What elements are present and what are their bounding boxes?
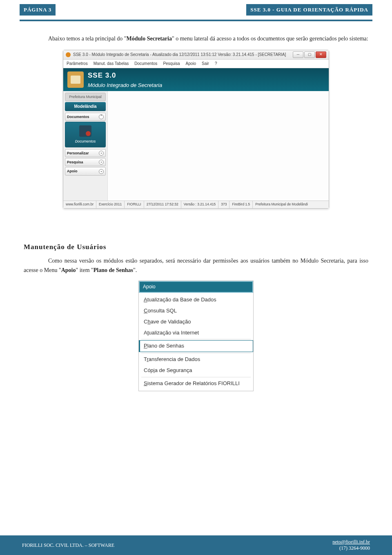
close-button[interactable]: ✕	[316, 51, 326, 58]
menu-separator	[141, 339, 251, 339]
status-company: FIORILLI	[125, 201, 144, 208]
app-banner: SSE 3.0 Módulo Integrado de Secretaria	[63, 68, 329, 91]
section-paragraph: Como nessa versão os módulos estão separ…	[24, 256, 368, 275]
sidebar-municipality[interactable]: Modelândia	[65, 102, 106, 111]
menu-item-copia-seguranca[interactable]: Cópia de Segurança	[139, 365, 253, 376]
status-version: Versão : 3.21.14.415	[181, 201, 218, 208]
menu-item-transferencia-dados[interactable]: Transferencia de Dados	[139, 354, 253, 365]
expand-icon[interactable]: ⌄	[99, 160, 104, 165]
status-code: 373	[218, 201, 229, 208]
footer-company: FIORILLI SOC. CIVIL LTDA. – SOFTWARE	[22, 542, 114, 548]
window-title: SSE 3.0 - Módulo Integrado de Secretaria…	[73, 51, 293, 58]
collapse-icon[interactable]: ⌃	[99, 114, 104, 119]
menu-parametros[interactable]: Parâmetros	[67, 60, 88, 67]
apoio-dropdown: Apoio Atualização da Base de Dados Consu…	[138, 281, 254, 391]
menu-pesquisa[interactable]: Pesquisa	[163, 60, 180, 67]
banner-subtitle: Módulo Integrado de Secretaria	[88, 81, 162, 90]
expand-icon[interactable]: ⌄	[99, 151, 104, 156]
banner-icon	[67, 71, 84, 88]
sidebar-section-pesquisa[interactable]: Pesquisa ⌄	[65, 158, 106, 166]
status-entity: Prefeitura Municipal de Modelândi	[253, 201, 329, 208]
dropdown-header[interactable]: Apoio	[139, 281, 253, 293]
footer-phone: (17) 3264-9000	[332, 545, 370, 551]
sidebar-section-personalizar[interactable]: Personalizar ⌄	[65, 149, 106, 157]
sidebar-header: Prefeitura Municipal	[65, 93, 106, 101]
menu-manut-tabelas[interactable]: Manut. das Tabelas	[94, 60, 129, 67]
status-datetime: 27/12/2011 17:52:32	[144, 201, 181, 208]
menu-documentos[interactable]: Documentos	[134, 60, 157, 67]
menu-item-plano-senhas[interactable]: Plano de Senhas	[139, 340, 253, 352]
status-db: FireBird 1.5	[229, 201, 253, 208]
status-url: www.fiorilli.com.br	[63, 201, 96, 208]
intro-paragraph: Abaixo temos a tela principal do "Módulo…	[24, 34, 368, 43]
documents-icon[interactable]	[79, 125, 91, 137]
status-exercicio: Exercício 2011	[96, 201, 125, 208]
footer-email[interactable]: neto@fiorilli.inf.br	[332, 539, 370, 545]
app-window: SSE 3.0 - Módulo Integrado de Secretaria…	[63, 50, 329, 209]
menu-item-atualizacao-base[interactable]: Atualização da Base de Dados	[139, 294, 253, 305]
minimize-button[interactable]: ─	[293, 51, 303, 58]
page-number-badge: PÁGINA 3	[20, 4, 56, 16]
banner-title: SSE 3.0	[88, 70, 162, 81]
maximize-button[interactable]: ▢	[304, 51, 315, 58]
menu-item-chave-validacao[interactable]: Chave de Validação	[139, 317, 253, 328]
menubar: Parâmetros Manut. das Tabelas Documentos…	[63, 60, 329, 68]
menu-separator	[141, 377, 251, 377]
sidebar-docs-label[interactable]: Documentos	[65, 138, 105, 144]
menu-item-consulta-sql[interactable]: Consulta SQL	[139, 305, 253, 317]
menu-apoio[interactable]: Apoio	[186, 60, 196, 67]
doc-title-badge: SSE 3.0 - GUIA DE ORIENTAÇÃO RÁPIDA	[246, 4, 372, 16]
sidebar-docs-panel: Documentos	[65, 122, 106, 147]
section-title: Manutenção de Usuários	[24, 241, 368, 252]
menu-help[interactable]: ?	[215, 60, 217, 67]
menu-item-atualizacao-internet[interactable]: Atualização via Internet	[139, 328, 253, 339]
sidebar-section-apoio[interactable]: Apoio ⌄	[65, 167, 106, 175]
sidebar: Prefeitura Municipal Modelândia Document…	[63, 91, 108, 201]
app-icon	[66, 52, 71, 57]
window-titlebar: SSE 3.0 - Módulo Integrado de Secretaria…	[63, 50, 329, 60]
menu-item-gerador-relatorios[interactable]: Sistema Gerador de Relatórios FIORILLI	[139, 378, 253, 389]
status-bar: www.fiorilli.com.br Exercício 2011 FIORI…	[63, 201, 329, 208]
main-content-area	[108, 91, 329, 201]
menu-sair[interactable]: Sair	[202, 60, 209, 67]
menu-separator	[141, 353, 251, 353]
page-footer: FIORILLI SOC. CIVIL LTDA. – SOFTWARE net…	[0, 535, 392, 555]
expand-icon[interactable]: ⌄	[99, 169, 104, 174]
sidebar-section-documentos[interactable]: Documentos ⌃	[65, 113, 106, 121]
